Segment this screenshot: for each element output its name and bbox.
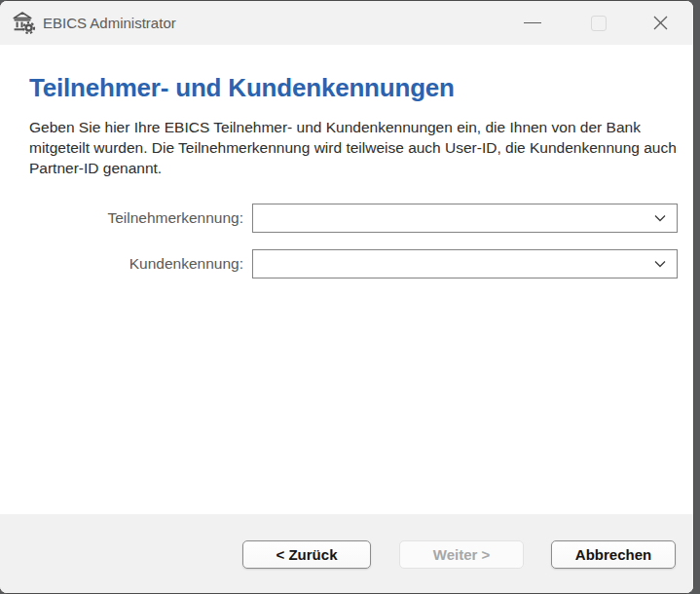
page-description: Geben Sie hier Ihre EBICS Teilnehmer- un… (29, 117, 680, 178)
form-row-teilnehmerkennung: Teilnehmerkennung: (29, 204, 678, 233)
close-button[interactable] (639, 1, 682, 45)
teilnehmerkennung-input[interactable] (254, 205, 655, 231)
minimize-button[interactable] (511, 1, 554, 45)
kundenkennung-dropdown-button[interactable] (650, 254, 670, 274)
kundenkennung-label: Kundenkennung: (29, 249, 252, 278)
ebics-administrator-window: EBICS Administrator Teilnehmer- und Kund… (0, 0, 694, 594)
next-button: Weiter > (399, 540, 524, 569)
maximize-button (577, 1, 620, 45)
minimize-icon (524, 22, 541, 23)
page-title: Teilnehmer- und Kundenkennungen (29, 73, 455, 103)
kundenkennung-input[interactable] (254, 251, 655, 277)
teilnehmerkennung-combobox[interactable] (252, 204, 678, 233)
cancel-button[interactable]: Abbrechen (551, 540, 676, 569)
form-row-kundenkennung: Kundenkennung: (29, 249, 678, 278)
titlebar[interactable]: EBICS Administrator (0, 1, 693, 45)
close-icon (652, 15, 669, 31)
bank-gear-icon (11, 10, 36, 35)
back-button[interactable]: < Zurück (242, 540, 371, 569)
wizard-footer: < Zurück Weiter > Abbrechen (0, 514, 693, 594)
desktop-background: EBICS Administrator Teilnehmer- und Kund… (0, 0, 700, 594)
chevron-down-icon (654, 214, 666, 222)
window-title: EBICS Administrator (43, 1, 176, 45)
kundenkennung-combobox[interactable] (252, 249, 678, 278)
maximize-icon (591, 16, 607, 31)
teilnehmerkennung-label: Teilnehmerkennung: (29, 204, 252, 233)
teilnehmerkennung-dropdown-button[interactable] (650, 208, 670, 228)
chevron-down-icon (654, 260, 666, 268)
